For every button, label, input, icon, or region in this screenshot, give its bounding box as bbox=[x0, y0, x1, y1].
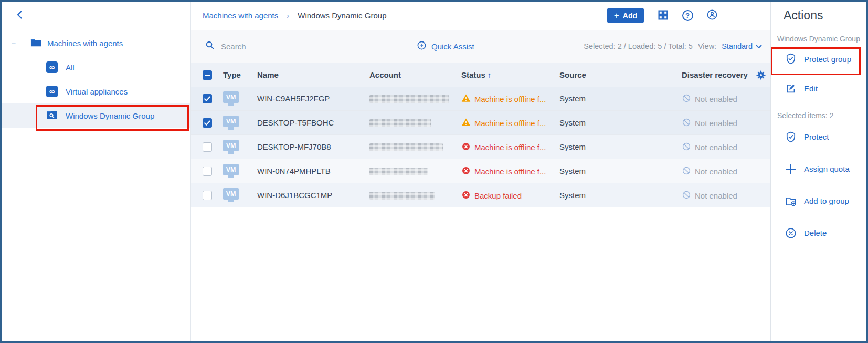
main-header: Machines with agents › Windows Dynamic G… bbox=[191, 2, 770, 29]
action-protect-group[interactable]: Protect group bbox=[771, 44, 866, 74]
help-icon: ? bbox=[682, 10, 693, 21]
panel-section-label-selected: Selected items: 2 bbox=[771, 106, 866, 121]
column-header-account[interactable]: Account bbox=[369, 63, 401, 87]
status-text: Machine is offline f... bbox=[474, 95, 546, 103]
source-cell: System bbox=[559, 87, 586, 111]
folder-search-icon bbox=[46, 110, 58, 122]
search-icon bbox=[205, 40, 215, 52]
not-enabled-icon bbox=[682, 166, 691, 177]
sidebar-item-windows-dynamic-group[interactable]: Windows Dynamic Group bbox=[2, 103, 190, 128]
apps-grid-button[interactable] bbox=[657, 10, 669, 22]
column-header-source[interactable]: Source bbox=[559, 63, 586, 87]
not-enabled-icon bbox=[682, 190, 691, 201]
plus-icon: + bbox=[614, 11, 619, 20]
vm-type-badge: VM bbox=[223, 91, 239, 103]
row-checkbox[interactable] bbox=[203, 118, 212, 128]
infinity-icon: ∞ bbox=[46, 86, 58, 97]
sort-ascending-icon: ↑ bbox=[488, 70, 492, 79]
folder-icon bbox=[30, 38, 41, 49]
column-header-type[interactable]: Type bbox=[223, 63, 241, 87]
status-cell: Machine is offline f... bbox=[461, 135, 546, 159]
action-delete[interactable]: Delete bbox=[771, 217, 866, 249]
panel-section-label-group: Windows Dynamic Group bbox=[771, 29, 866, 44]
actions-panel-title: Actions bbox=[771, 2, 866, 29]
disaster-recovery-text: Not enabled bbox=[695, 167, 737, 176]
action-protect[interactable]: Protect bbox=[771, 121, 866, 153]
table-row[interactable]: VM WIN-C9AH5FJ2FGP Machine is offline f.… bbox=[191, 87, 770, 111]
sidebar-item-label: Virtual appliances bbox=[66, 87, 128, 96]
source-cell: System bbox=[559, 135, 586, 159]
source-cell: System bbox=[559, 183, 586, 207]
sidebar-item-label: All bbox=[66, 63, 75, 72]
row-checkbox[interactable] bbox=[203, 167, 212, 176]
disaster-recovery-cell: Not enabled bbox=[682, 183, 737, 207]
quick-assist-label: Quick Assist bbox=[431, 42, 474, 51]
warning-icon bbox=[461, 93, 471, 104]
gear-icon bbox=[756, 74, 766, 81]
action-assign-quota[interactable]: Assign quota bbox=[771, 153, 866, 185]
table-row[interactable]: VM DESKTOP-T5FBOHC Machine is offline f.… bbox=[191, 111, 770, 135]
select-all-checkbox[interactable] bbox=[203, 70, 212, 80]
vm-type-badge: VM bbox=[223, 140, 239, 151]
column-header-status[interactable]: Status↑ bbox=[461, 63, 491, 87]
status-cell: Backup failed bbox=[461, 183, 522, 207]
row-checkbox[interactable] bbox=[203, 94, 212, 103]
account-redacted bbox=[369, 192, 435, 200]
not-enabled-icon bbox=[682, 118, 691, 129]
table-body: VM WIN-C9AH5FJ2FGP Machine is offline f.… bbox=[191, 87, 770, 207]
status-text: Machine is offline f... bbox=[474, 167, 546, 176]
vm-type-badge: VM bbox=[223, 116, 239, 127]
account-redacted bbox=[369, 119, 431, 127]
row-checkbox[interactable] bbox=[203, 191, 212, 200]
column-settings-button[interactable] bbox=[756, 70, 766, 80]
column-header-disaster-recovery[interactable]: Disaster recovery bbox=[682, 63, 754, 87]
account-button[interactable] bbox=[706, 10, 718, 22]
table-row[interactable]: VM WIN-D6J1BCGC1MP Backup failed System … bbox=[191, 183, 770, 207]
action-label: Add to group bbox=[804, 196, 849, 205]
machine-name: WIN-D6J1BCGC1MP bbox=[257, 183, 332, 207]
plus-icon bbox=[785, 163, 797, 175]
status-text: Machine is offline f... bbox=[474, 143, 546, 152]
sidebar-item-label: Windows Dynamic Group bbox=[66, 111, 154, 120]
source-cell: System bbox=[559, 159, 586, 183]
table-row[interactable]: VM DESKTOP-MFJ70B8 Machine is offline f.… bbox=[191, 135, 770, 159]
breadcrumb-parent[interactable]: Machines with agents bbox=[203, 11, 278, 20]
vm-type-badge: VM bbox=[223, 188, 239, 200]
action-label: Assign quota bbox=[804, 164, 850, 173]
machine-tree: − Machines with agents ∞ All ∞ Virtual a… bbox=[2, 31, 190, 128]
view-dropdown[interactable]: Standard bbox=[722, 42, 762, 50]
table-row[interactable]: VM WIN-0N74PMHPLTB Machine is offline f.… bbox=[191, 159, 770, 183]
disaster-recovery-cell: Not enabled bbox=[682, 135, 737, 159]
machine-name: WIN-0N74PMHPLTB bbox=[257, 159, 331, 183]
source-cell: System bbox=[559, 111, 586, 135]
action-add-to-group[interactable]: Add to group bbox=[771, 185, 866, 217]
sidebar-item-virtual-appliances[interactable]: ∞ Virtual appliances bbox=[2, 79, 190, 103]
disaster-recovery-text: Not enabled bbox=[695, 143, 737, 152]
sidebar-item-all[interactable]: ∞ All bbox=[2, 55, 190, 79]
app-window: − Machines with agents ∞ All ∞ Virtual a… bbox=[0, 0, 868, 343]
search-box bbox=[205, 30, 378, 63]
account-redacted bbox=[369, 95, 449, 103]
add-button[interactable]: + Add bbox=[607, 8, 644, 23]
action-edit[interactable]: Edit bbox=[771, 74, 866, 103]
sidebar-item-machines-with-agents[interactable]: − Machines with agents bbox=[2, 31, 190, 55]
disaster-recovery-cell: Not enabled bbox=[682, 87, 737, 111]
sidebar-item-label: Machines with agents bbox=[47, 39, 123, 48]
disaster-recovery-text: Not enabled bbox=[695, 191, 737, 200]
back-button[interactable] bbox=[13, 8, 27, 22]
sidebar-header bbox=[2, 2, 190, 29]
vm-type-badge: VM bbox=[223, 164, 239, 175]
help-button[interactable]: ? bbox=[682, 10, 693, 22]
collapse-icon[interactable]: − bbox=[10, 39, 17, 48]
folder-plus-icon bbox=[785, 195, 797, 207]
warning-icon bbox=[461, 118, 471, 128]
infinity-icon: ∞ bbox=[46, 61, 58, 73]
main-area: Machines with agents › Windows Dynamic G… bbox=[191, 2, 770, 341]
machine-name: DESKTOP-T5FBOHC bbox=[257, 111, 334, 135]
status-cell: Machine is offline f... bbox=[461, 159, 546, 183]
machine-name: WIN-C9AH5FJ2FGP bbox=[257, 87, 330, 111]
quick-assist-link[interactable]: Quick Assist bbox=[417, 30, 474, 63]
search-input[interactable] bbox=[221, 42, 378, 51]
column-header-name[interactable]: Name bbox=[257, 63, 279, 87]
row-checkbox[interactable] bbox=[203, 142, 212, 152]
